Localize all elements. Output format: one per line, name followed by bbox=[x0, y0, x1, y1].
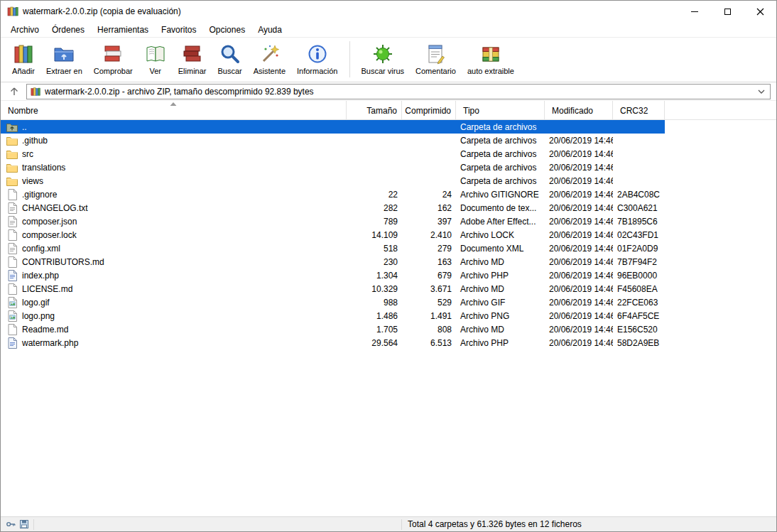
sort-ascending-icon bbox=[170, 101, 177, 106]
toolbar-button-label: Información bbox=[297, 67, 337, 75]
file-packed-cell: 679 bbox=[402, 271, 456, 281]
encryption-key-icon[interactable] bbox=[6, 519, 16, 529]
column-header-tamano[interactable]: Tamaño bbox=[347, 101, 402, 119]
table-row[interactable]: composer.json789397Adobe After Effect...… bbox=[1, 215, 665, 228]
menu-ordenes[interactable]: Órdenes bbox=[45, 23, 91, 37]
table-row[interactable]: ..Carpeta de archivos bbox=[1, 120, 665, 134]
toolbar-button-extract[interactable]: Extraer en bbox=[40, 40, 88, 77]
file-name: config.xml bbox=[22, 244, 60, 254]
code-file-icon bbox=[6, 337, 18, 349]
toolbar-button-label: Buscar bbox=[218, 67, 242, 75]
archive-path-combo[interactable]: watermark-2.0.0.zip - archivo ZIP, tamañ… bbox=[26, 84, 771, 99]
table-row[interactable]: composer.lock14.1092.410Archivo LOCK20/0… bbox=[1, 228, 665, 241]
column-header-row: Nombre Tamaño Comprimido Tipo Modificado… bbox=[1, 101, 776, 120]
file-name: composer.lock bbox=[22, 230, 77, 240]
file-name: CHANGELOG.txt bbox=[22, 203, 88, 213]
file-name: LICENSE.md bbox=[22, 284, 72, 294]
table-row[interactable]: .gitignore2224Archivo GITIGNORE20/06/201… bbox=[1, 188, 665, 201]
table-row[interactable]: .githubCarpeta de archivos20/06/2019 14:… bbox=[1, 134, 665, 147]
view-file-icon bbox=[144, 42, 167, 66]
file-type-cell: Adobe After Effect... bbox=[456, 217, 545, 227]
minimize-button[interactable] bbox=[678, 1, 711, 22]
virus-scan-icon bbox=[371, 42, 394, 66]
toolbar-button-sfx[interactable]: auto extraible bbox=[462, 40, 520, 77]
file-modified-cell: 20/06/2019 14:46 bbox=[545, 149, 613, 159]
table-row[interactable]: CHANGELOG.txt282162Documento de tex...20… bbox=[1, 201, 665, 215]
table-row[interactable]: Readme.md1.705808Archivo MD20/06/2019 14… bbox=[1, 322, 665, 336]
table-row[interactable]: LICENSE.md10.3293.671Archivo MD20/06/201… bbox=[1, 282, 665, 295]
file-packed-cell: 397 bbox=[402, 217, 456, 227]
menu-herramientas[interactable]: Herramientas bbox=[91, 23, 155, 37]
menu-favoritos[interactable]: Favoritos bbox=[155, 23, 202, 37]
file-type-cell: Carpeta de archivos bbox=[456, 136, 545, 146]
file-packed-cell: 3.671 bbox=[402, 284, 456, 294]
file-modified-cell: 20/06/2019 14:46 bbox=[545, 176, 613, 186]
toolbar-button-add[interactable]: Añadir bbox=[6, 40, 40, 77]
menu-opciones[interactable]: Opciones bbox=[202, 23, 251, 37]
table-row[interactable]: srcCarpeta de archivos20/06/2019 14:46 bbox=[1, 147, 665, 161]
file-size-cell: 14.109 bbox=[347, 230, 402, 240]
file-size-cell: 230 bbox=[347, 257, 402, 267]
maximize-button[interactable] bbox=[711, 1, 744, 22]
table-row[interactable]: watermark.php29.5646.513Archivo PHP20/06… bbox=[1, 336, 665, 349]
text-file-icon bbox=[6, 216, 18, 227]
close-button[interactable] bbox=[744, 1, 776, 22]
toolbar-button-test[interactable]: Comprobar bbox=[88, 40, 138, 77]
file-crc-cell: F45608EA bbox=[613, 284, 665, 294]
toolbar-button-view[interactable]: Ver bbox=[138, 40, 173, 77]
toolbar-button-info[interactable]: Información bbox=[291, 40, 343, 77]
file-size-cell: 518 bbox=[347, 244, 402, 254]
file-modified-cell: 20/06/2019 14:46 bbox=[545, 338, 613, 348]
toolbar-button-delete[interactable]: Eliminar bbox=[173, 40, 212, 77]
file-size-cell: 282 bbox=[347, 203, 402, 213]
toolbar: Añadir Extraer en Comprobar bbox=[1, 38, 776, 82]
menu-ayuda[interactable]: Ayuda bbox=[251, 23, 288, 37]
file-crc-cell: 02C43FD1 bbox=[613, 230, 665, 240]
file-icon bbox=[6, 189, 18, 200]
statusbar-total-text: Total 4 carpetas y 61.326 bytes en 12 fi… bbox=[402, 519, 776, 529]
column-header-tipo[interactable]: Tipo bbox=[456, 101, 545, 119]
file-name: index.php bbox=[22, 271, 59, 281]
folder-up-icon bbox=[6, 122, 18, 132]
disk-icon[interactable] bbox=[19, 519, 29, 529]
up-directory-button[interactable] bbox=[5, 85, 23, 99]
table-row[interactable]: logo.png1.4861.491Archivo PNG20/06/2019 … bbox=[1, 309, 665, 322]
table-row[interactable]: index.php1.304679Archivo PHP20/06/2019 1… bbox=[1, 268, 665, 282]
file-crc-cell: 7B7F94F2 bbox=[613, 257, 665, 267]
table-row[interactable]: viewsCarpeta de archivos20/06/2019 14:46 bbox=[1, 174, 665, 188]
file-name: Readme.md bbox=[22, 325, 68, 335]
file-icon bbox=[6, 229, 18, 241]
file-name-cell: composer.lock bbox=[1, 229, 347, 241]
toolbar-button-label: Comentario bbox=[415, 67, 456, 75]
table-row[interactable]: logo.gif988529Archivo GIF20/06/2019 14:4… bbox=[1, 295, 665, 309]
file-packed-cell: 279 bbox=[402, 244, 456, 254]
file-size-cell: 988 bbox=[347, 298, 402, 308]
sfx-icon bbox=[479, 42, 502, 66]
toolbar-button-virus-scan[interactable]: Buscar virus bbox=[356, 40, 411, 77]
column-header-crc32[interactable]: CRC32 bbox=[613, 101, 665, 119]
file-crc-cell: 96EB0000 bbox=[613, 271, 665, 281]
status-bar: Total 4 carpetas y 61.326 bytes en 12 fi… bbox=[1, 516, 776, 531]
table-row[interactable]: translationsCarpeta de archivos20/06/201… bbox=[1, 161, 665, 174]
title-bar: watermark-2.0.0.zip (copia de evaluación… bbox=[1, 1, 776, 22]
file-name: views bbox=[22, 176, 43, 186]
file-packed-cell: 1.491 bbox=[402, 311, 456, 321]
toolbar-button-search[interactable]: Buscar bbox=[212, 40, 248, 77]
file-name-cell: CONTRIBUTORS.md bbox=[1, 256, 347, 268]
window-title: watermark-2.0.0.zip (copia de evaluación… bbox=[23, 6, 181, 16]
file-name-cell: logo.png bbox=[1, 310, 347, 322]
column-header-comprimido[interactable]: Comprimido bbox=[402, 101, 456, 119]
combo-dropdown-button[interactable] bbox=[756, 89, 766, 94]
column-header-nombre[interactable]: Nombre bbox=[1, 101, 347, 119]
menu-archivo[interactable]: Archivo bbox=[4, 23, 45, 37]
file-type-cell: Carpeta de archivos bbox=[456, 122, 545, 132]
table-row[interactable]: CONTRIBUTORS.md230163Archivo MD20/06/201… bbox=[1, 255, 665, 268]
file-type-cell: Carpeta de archivos bbox=[456, 149, 545, 159]
file-name: composer.json bbox=[22, 217, 77, 227]
toolbar-button-comment[interactable]: Comentario bbox=[410, 40, 462, 77]
file-modified-cell: 20/06/2019 14:46 bbox=[545, 230, 613, 240]
table-row[interactable]: config.xml518279Documento XML20/06/2019 … bbox=[1, 241, 665, 255]
file-type-cell: Archivo LOCK bbox=[456, 230, 545, 240]
column-header-modificado[interactable]: Modificado bbox=[545, 101, 613, 119]
toolbar-button-wizard[interactable]: Asistente bbox=[248, 40, 291, 77]
